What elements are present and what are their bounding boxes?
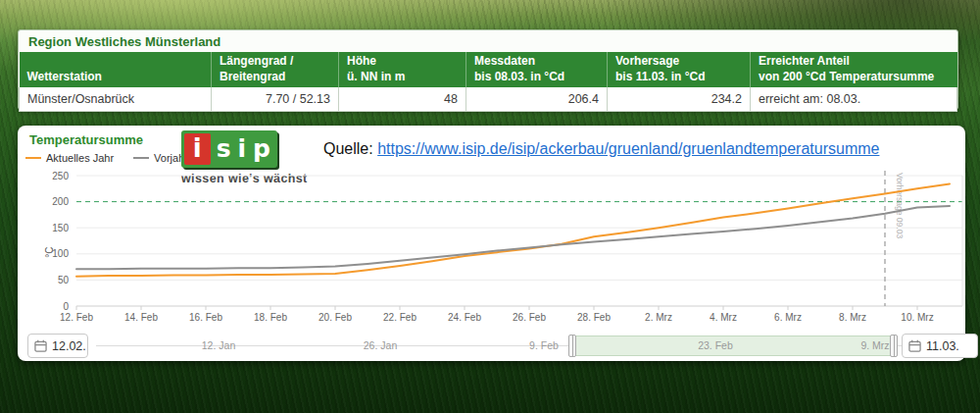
x-tick-label: 16. Feb <box>189 312 222 323</box>
chart-panel: Temperatursumme Aktuelles Jahr Vorjahr i… <box>18 126 965 361</box>
col-header-wetterstation: Wetterstation <box>20 52 212 87</box>
forecast-marker-label: Vorhersage 09.03 <box>895 173 905 238</box>
chart-legend: Aktuelles Jahr Vorjahr <box>25 152 188 164</box>
calendar-icon[interactable] <box>34 339 47 352</box>
x-tick-label: 22. Feb <box>383 312 416 323</box>
x-tick-label: 6. Mrz <box>774 312 802 323</box>
legend-swatch-gray <box>133 157 149 159</box>
x-tick-label: 2. Mrz <box>645 312 672 323</box>
x-tick-label: 20. Feb <box>318 312 352 323</box>
col-header-messdaten: Messdaten bis 08.03. in °Cd <box>466 52 608 87</box>
x-tick-label: 12. Feb <box>60 312 93 323</box>
source-label: Quelle: <box>323 140 373 157</box>
col-header-vorhersage: Vorhersage bis 11.03. in °Cd <box>608 52 751 87</box>
y-axis-label: °C <box>44 246 55 257</box>
start-date-input[interactable]: 12.02. <box>27 334 88 358</box>
slider-handle-right[interactable] <box>890 335 898 357</box>
x-tick-label: 10. Mrz <box>901 312 933 323</box>
legend-item-vorjahr: Vorjahr <box>133 152 188 164</box>
chart-canvas: 050100150200250°C12. Feb14. Feb16. Feb18… <box>18 169 965 326</box>
isip-logo-red-letter: i <box>184 133 211 165</box>
x-tick-label: 4. Mrz <box>710 312 737 323</box>
cell-hoehe: 48 <box>339 87 466 111</box>
series-line-vorjahr <box>76 206 950 269</box>
weather-table-panel: Region Westliches Münsterland Wetterstat… <box>18 29 958 110</box>
region-title: Region Westliches Münsterland <box>19 30 957 52</box>
series-line-aktuelles-jahr <box>76 183 950 276</box>
y-tick-label: 0 <box>63 301 69 312</box>
legend-label: Aktuelles Jahr <box>46 152 114 164</box>
weather-table: Wetterstation Längengrad / Breitengrad H… <box>19 52 957 112</box>
chart-title: Temperatursumme <box>29 132 143 147</box>
range-slider-track[interactable]: 12. Jan 26. Jan 9. Feb 23. Feb 9. Mrz <box>96 334 902 358</box>
slider-tick-label: 12. Jan <box>202 339 235 351</box>
table-row: Münster/Osnabrück 7.70 / 52.13 48 206.4 … <box>20 87 957 111</box>
y-tick-label: 50 <box>58 275 70 285</box>
slider-tick-label: 9. Mrz <box>860 339 889 351</box>
legend-swatch-orange <box>25 157 41 159</box>
x-tick-label: 14. Feb <box>124 312 158 323</box>
cell-wetterstation: Münster/Osnabrück <box>20 87 212 111</box>
isip-logo: i sip <box>181 130 277 168</box>
slider-tick-label: 23. Feb <box>698 339 733 351</box>
end-date-value[interactable]: 11.03. <box>926 339 959 353</box>
slider-tick-label: 9. Feb <box>529 339 559 351</box>
slider-handle-left[interactable] <box>568 335 576 357</box>
cell-laengengrad: 7.70 / 52.13 <box>212 87 339 111</box>
legend-item-aktuelles-jahr: Aktuelles Jahr <box>25 152 114 164</box>
table-header-row: Wetterstation Längengrad / Breitengrad H… <box>20 52 957 87</box>
calendar-icon[interactable] <box>908 339 921 352</box>
cell-erreicht-am: erreicht am: 08.03. <box>751 87 957 111</box>
col-header-erreichter-anteil: Erreichter Anteil von 200 °Cd Temperatur… <box>751 52 957 87</box>
x-tick-label: 28. Feb <box>577 312 611 323</box>
source-link[interactable]: https://www.isip.de/isip/ackerbau/gruenl… <box>377 140 879 157</box>
x-tick-label: 18. Feb <box>254 312 287 323</box>
start-date-value[interactable]: 12.02. <box>52 339 86 353</box>
source-line: Quelle: https://www.isip.de/isip/ackerba… <box>323 140 879 158</box>
grass-background: { "table": { "region_title": "Region Wes… <box>0 0 980 413</box>
isip-logo-green-letters: sip <box>211 132 277 166</box>
x-tick-label: 24. Feb <box>448 312 481 323</box>
y-tick-label: 200 <box>52 196 69 207</box>
cell-vorhersage: 234.2 <box>608 87 751 111</box>
col-header-hoehe: Höhe ü. NN in m <box>339 52 466 87</box>
end-date-input[interactable]: 11.03. <box>902 334 978 358</box>
y-tick-label: 150 <box>52 223 69 233</box>
col-header-laengengrad: Längengrad / Breitengrad <box>212 52 339 87</box>
slider-tick-label: 26. Jan <box>364 339 397 351</box>
cell-messdaten: 206.4 <box>466 87 608 111</box>
x-tick-label: 26. Feb <box>513 312 546 323</box>
y-tick-label: 250 <box>52 171 69 181</box>
temperature-chart: 050100150200250°C12. Feb14. Feb16. Feb18… <box>18 169 965 326</box>
x-tick-label: 8. Mrz <box>839 312 866 323</box>
